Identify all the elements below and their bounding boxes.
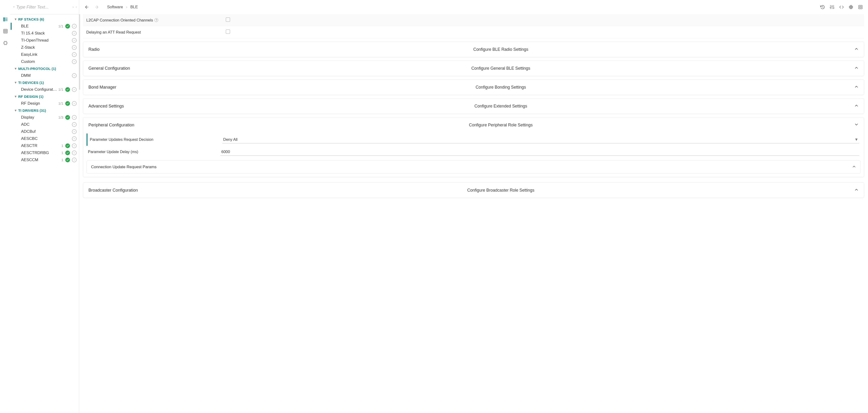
panel-title: Peripheral Configuration xyxy=(88,123,148,128)
checkbox[interactable] xyxy=(226,30,230,34)
tree-item-label: TI-OpenThread xyxy=(21,38,72,43)
tree-item[interactable]: BLE1/1 xyxy=(11,23,79,30)
history-icon[interactable] xyxy=(819,4,826,10)
add-icon[interactable] xyxy=(72,129,76,134)
add-icon[interactable] xyxy=(72,52,76,57)
tree-item[interactable]: DMM xyxy=(11,72,79,79)
add-icon[interactable] xyxy=(72,24,76,29)
tree-item[interactable]: TI-OpenThread xyxy=(11,37,79,44)
group-header[interactable]: ▼TI DEVICES (1) xyxy=(11,79,79,86)
sidebar: ▼RF STACKS (6)BLE1/1TI 15.4 StackTI-Open… xyxy=(11,0,79,413)
add-icon[interactable] xyxy=(72,87,76,92)
tree-item-label: AESCTRDRBG xyxy=(21,150,61,155)
nav-back-icon[interactable] xyxy=(84,4,90,10)
filter-input[interactable] xyxy=(16,3,71,11)
tree-item-badge: 1 xyxy=(61,151,63,155)
help-icon[interactable]: ? xyxy=(154,18,158,22)
sliders-icon[interactable] xyxy=(829,4,835,10)
delay-input[interactable] xyxy=(220,148,859,156)
tree-item-label: BLE xyxy=(21,24,58,29)
svg-rect-69 xyxy=(850,7,852,8)
add-icon[interactable] xyxy=(72,136,76,141)
field-label: Parameter Update Delay (ms) xyxy=(88,150,220,154)
tree-item[interactable]: RF Design1/1 xyxy=(11,100,79,107)
rail-chip-icon[interactable] xyxy=(3,40,8,46)
group-label: RF STACKS (6) xyxy=(18,17,44,21)
tree-item[interactable]: Custom xyxy=(11,58,79,65)
group-header[interactable]: ▼RF STACKS (6) xyxy=(11,16,79,23)
panel-header[interactable]: Broadcaster Configuration Configure Broa… xyxy=(83,183,864,198)
tree-item[interactable]: TI 15.4 Stack xyxy=(11,30,79,37)
field-row: Parameter Updates Request Decision Deny … xyxy=(87,134,861,146)
panel-header[interactable]: Connection Update Request Params xyxy=(87,161,861,173)
panel-subtitle: Configure Bonding Settings xyxy=(148,85,854,90)
tree-item-label: TI 15.4 Stack xyxy=(21,31,72,36)
add-icon[interactable] xyxy=(72,143,76,148)
decision-select[interactable]: Deny All ▼ xyxy=(222,136,859,143)
add-icon[interactable] xyxy=(72,73,76,78)
checkbox[interactable] xyxy=(226,18,230,22)
add-icon[interactable] xyxy=(72,122,76,127)
svg-rect-0 xyxy=(3,18,5,19)
caret-down-icon: ▼ xyxy=(13,67,18,70)
caret-down-icon: ▼ xyxy=(13,18,18,21)
tree-item[interactable]: ADCBuf xyxy=(11,128,79,135)
add-icon[interactable] xyxy=(72,101,76,106)
main: Software › BLE L2CAP Connection Oriented… xyxy=(79,0,868,413)
add-icon[interactable] xyxy=(72,45,76,50)
tree-item-label: Z-Stack xyxy=(21,45,72,50)
breadcrumb-separator-icon: › xyxy=(126,5,127,9)
panel-subtitle: Configure Peripheral Role Settings xyxy=(148,123,854,128)
tree-item[interactable]: EasyLink xyxy=(11,51,79,58)
tree-item[interactable]: Z-Stack xyxy=(11,44,79,51)
add-icon[interactable] xyxy=(72,115,76,120)
check-icon xyxy=(65,158,70,162)
check-icon xyxy=(65,87,70,92)
tree-item[interactable]: Device Configurat…1/1 xyxy=(11,86,79,93)
tree-item-label: Device Configurat… xyxy=(21,87,58,92)
board-icon[interactable] xyxy=(857,4,864,10)
topbar: Software › BLE xyxy=(79,0,868,14)
tree-item-label: EasyLink xyxy=(21,52,72,57)
tree-item-badge: 1 xyxy=(61,144,63,148)
chevron-up-icon xyxy=(854,46,859,52)
code-icon[interactable] xyxy=(838,4,845,10)
rail-grid-icon[interactable] xyxy=(3,28,8,34)
filter-icon xyxy=(13,4,15,10)
caret-down-icon: ▼ xyxy=(13,109,18,112)
cpu-icon[interactable] xyxy=(848,4,854,10)
panel-header[interactable]: Bond ManagerConfigure Bonding Settings xyxy=(83,80,864,95)
group-header[interactable]: ▼RF DESIGN (1) xyxy=(11,93,79,100)
add-icon[interactable] xyxy=(72,158,76,162)
add-icon[interactable] xyxy=(72,59,76,64)
panel-subtitle: Configure General BLE Settings xyxy=(148,66,854,71)
breadcrumb-root[interactable]: Software xyxy=(107,5,123,9)
clear-filter-icon[interactable] xyxy=(72,4,74,10)
tree-item-badge: 1/1 xyxy=(58,101,63,106)
tree-item[interactable]: AESCTRDRBG1 xyxy=(11,149,79,157)
add-icon[interactable] xyxy=(72,150,76,155)
panel-title: Connection Update Request Params xyxy=(91,165,852,169)
panel-subtitle: Configure Extended Settings xyxy=(148,104,854,109)
tree-item[interactable]: AESCTR1 xyxy=(11,142,79,149)
group-header[interactable]: ▼TI DRIVERS (31) xyxy=(11,107,79,114)
panel-header[interactable]: General ConfigurationConfigure General B… xyxy=(83,61,864,76)
panel-header[interactable]: Advanced SettingsConfigure Extended Sett… xyxy=(83,99,864,114)
panel-header[interactable]: RadioConfigure BLE Radio Settings xyxy=(83,42,864,57)
panel-header[interactable]: Peripheral Configuration Configure Perip… xyxy=(83,117,864,133)
add-icon[interactable] xyxy=(72,31,76,36)
group-header[interactable]: ▼MULTI-PROTOCOL (1) xyxy=(11,65,79,72)
tree-item-badge: 1/1 xyxy=(58,24,63,28)
tree-item-label: RF Design xyxy=(21,101,58,106)
panel-title: Broadcaster Configuration xyxy=(88,188,148,193)
add-icon[interactable] xyxy=(72,38,76,43)
tree-item-label: ADCBuf xyxy=(21,129,72,134)
tree-item[interactable]: AESCBC xyxy=(11,135,79,142)
tree-item[interactable]: Display1/3 xyxy=(11,114,79,121)
rail-list-icon[interactable] xyxy=(3,16,8,22)
tree-item[interactable]: ADC xyxy=(11,121,79,128)
tree-item[interactable]: AESCCM1 xyxy=(11,157,79,164)
field-label: Parameter Updates Request Decision xyxy=(90,138,222,142)
collapse-sidebar-icon[interactable] xyxy=(75,4,77,10)
tree-item-badge: 1/3 xyxy=(58,115,63,119)
